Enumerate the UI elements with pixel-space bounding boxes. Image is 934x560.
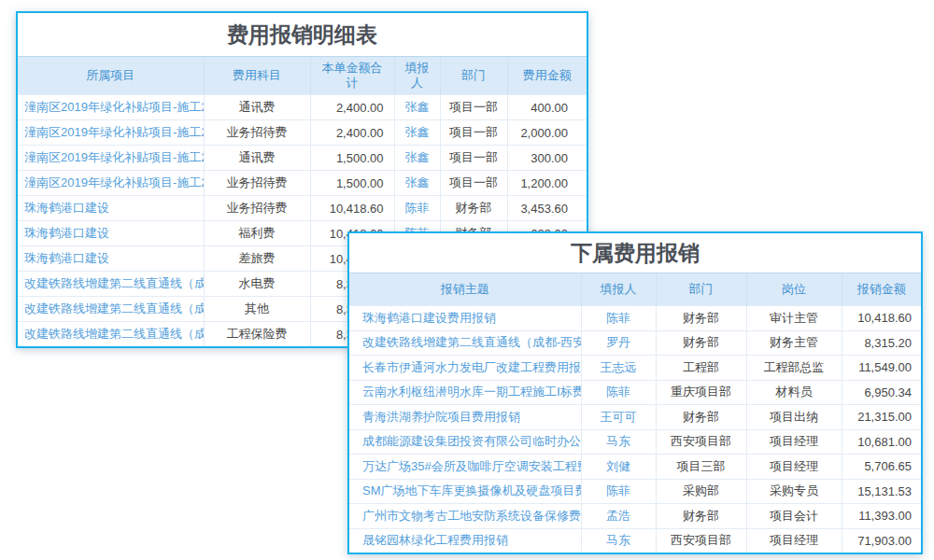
table-cell: 业务招待费 — [204, 120, 310, 146]
project-link[interactable]: 潼南区2019年绿化补贴项目-施工2标段 — [18, 171, 204, 196]
table-row: 潼南区2019年绿化补贴项目-施工2标段业务招待费2,400.00张鑫项目一部2… — [18, 120, 587, 146]
table-cell: 项目一部 — [440, 120, 507, 146]
table-cell: 1,200.00 — [507, 171, 587, 196]
table-cell: 项目会计 — [746, 504, 842, 529]
table-cell: 项目经理 — [746, 528, 842, 553]
subject-link[interactable]: 广州市文物考古工地安防系统设备保修费用报销 — [349, 504, 581, 529]
filler-link[interactable]: 罗丹 — [581, 330, 656, 356]
column-header-position: 岗位 — [746, 273, 842, 306]
table-cell: 15,131.53 — [842, 479, 921, 504]
table-cell: 采购部 — [656, 479, 746, 504]
table-cell: 审计主管 — [746, 306, 842, 331]
project-link[interactable]: 珠海鹤港口建设 — [18, 196, 204, 221]
table-cell: 水电费 — [204, 272, 310, 297]
table-cell: 财务部 — [656, 330, 746, 356]
subject-link[interactable]: 晟铭园林绿化工程费用报销 — [349, 528, 581, 553]
column-header-expense-amount: 费用金额 — [507, 57, 587, 95]
table-row: 潼南区2019年绿化补贴项目-施工2标段通讯费2,400.00张鑫项目一部400… — [18, 95, 587, 120]
table-cell: 2,400.00 — [310, 120, 394, 146]
table-cell: 2,400.00 — [310, 95, 394, 120]
table-cell: 工程保险费 — [204, 322, 310, 347]
table-row: 青海洪湖养护院项目费用报销王可可财务部项目出纳21,315.00 — [349, 405, 921, 430]
filler-link[interactable]: 张鑫 — [394, 146, 440, 171]
table-row: 珠海鹤港口建设费用报销陈菲财务部审计主管10,418.60 — [349, 306, 921, 331]
table-cell: 工程部总监 — [746, 356, 842, 381]
table-cell: 项目出纳 — [746, 405, 842, 430]
column-header-department: 部门 — [656, 273, 746, 306]
filler-link[interactable]: 孟浩 — [581, 504, 656, 529]
table-cell: 21,315.00 — [842, 405, 921, 430]
table-cell: 8,315.20 — [842, 330, 921, 356]
table-row: 潼南区2019年绿化补贴项目-施工2标段通讯费1,500.00张鑫项目一部300… — [18, 146, 587, 171]
table-cell: 财务部 — [656, 405, 746, 430]
filler-link[interactable]: 张鑫 — [394, 120, 440, 146]
table-cell: 通讯费 — [204, 95, 310, 120]
filler-link[interactable]: 张鑫 — [394, 95, 440, 120]
subordinate-expense-table: 报销主题 填报人 部门 岗位 报销金额 珠海鹤港口建设费用报销陈菲财务部审计主管… — [349, 273, 921, 553]
table-cell: 项目一部 — [440, 95, 507, 120]
table-cell: 11,393.00 — [842, 504, 921, 529]
filler-link[interactable]: 王志远 — [581, 356, 656, 381]
table-cell: 西安项目部 — [656, 528, 746, 553]
table-cell: 材料员 — [746, 380, 842, 405]
table-cell: 西安项目部 — [656, 429, 746, 455]
filler-link[interactable]: 陈菲 — [581, 306, 656, 331]
subject-link[interactable]: 云南水利枢纽潜明水库一期工程施工Ⅰ标费用报销 — [349, 380, 581, 405]
project-link[interactable]: 潼南区2019年绿化补贴项目-施工2标段 — [18, 146, 204, 171]
project-link[interactable]: 改建铁路线增建第二线直通线（成都-西安） — [18, 322, 204, 347]
column-header-department: 部门 — [440, 57, 507, 95]
project-link[interactable]: 潼南区2019年绿化补贴项目-施工2标段 — [18, 120, 204, 146]
filler-link[interactable]: 马东 — [581, 429, 656, 455]
subject-link[interactable]: SM广场地下车库更换摄像机及硬盘项目费用报销 — [349, 479, 581, 504]
table-cell: 业务招待费 — [204, 196, 310, 221]
filler-link[interactable]: 马东 — [581, 528, 656, 553]
table-row: 潼南区2019年绿化补贴项目-施工2标段业务招待费1,500.00张鑫项目一部1… — [18, 171, 587, 196]
filler-link[interactable]: 刘健 — [581, 455, 656, 480]
column-header-project: 所属项目 — [18, 57, 204, 95]
table-row: 云南水利枢纽潜明水库一期工程施工Ⅰ标费用报销陈菲重庆项目部材料员6,950.34 — [349, 380, 921, 405]
table-cell: 300.00 — [507, 146, 587, 171]
table-cell: 通讯费 — [204, 146, 310, 171]
table-row: 晟铭园林绿化工程费用报销马东西安项目部项目经理71,903.00 — [349, 528, 921, 553]
filler-link[interactable]: 陈菲 — [394, 196, 440, 221]
subject-link[interactable]: 青海洪湖养护院项目费用报销 — [349, 405, 581, 430]
expense-detail-header-row: 所属项目 费用科目 本单金额合计 填报人 部门 费用金额 — [18, 57, 587, 95]
table-cell: 400.00 — [507, 95, 587, 120]
table-cell: 差旅费 — [204, 246, 310, 272]
table-cell: 其他 — [204, 297, 310, 322]
table-cell: 采购专员 — [746, 479, 842, 504]
filler-link[interactable]: 王可可 — [581, 405, 656, 430]
project-link[interactable]: 珠海鹤港口建设 — [18, 221, 204, 246]
column-header-filler: 填报人 — [394, 57, 440, 95]
table-cell: 10,418.60 — [310, 196, 394, 221]
project-link[interactable]: 潼南区2019年绿化补贴项目-施工2标段 — [18, 95, 204, 120]
table-cell: 项目三部 — [656, 455, 746, 480]
subject-link[interactable]: 万达广场35#会所及咖啡厅空调安装工程费用报销 — [349, 455, 581, 480]
table-row: SM广场地下车库更换摄像机及硬盘项目费用报销陈菲采购部采购专员15,131.53 — [349, 479, 921, 504]
table-row: 改建铁路线增建第二线直通线（成都-西安）罗丹财务部财务主管8,315.20 — [349, 330, 921, 356]
table-cell: 业务招待费 — [204, 171, 310, 196]
table-cell: 财务部 — [656, 504, 746, 529]
project-link[interactable]: 改建铁路线增建第二线直通线（成都-西安） — [18, 272, 204, 297]
filler-link[interactable]: 陈菲 — [581, 380, 656, 405]
subordinate-expense-header-row: 报销主题 填报人 部门 岗位 报销金额 — [349, 273, 921, 306]
table-cell: 福利费 — [204, 221, 310, 246]
subject-link[interactable]: 改建铁路线增建第二线直通线（成都-西安） — [349, 330, 581, 356]
subordinate-expense-panel: 下属费用报销 报销主题 填报人 部门 岗位 报销金额 珠海鹤港口建设费用报销陈菲… — [347, 231, 923, 554]
subject-link[interactable]: 长春市伊通河水力发电厂改建工程费用报销 — [349, 356, 581, 381]
subject-link[interactable]: 成都能源建设集团投资有限公司临时办公场地 — [349, 429, 581, 455]
table-row: 万达广场35#会所及咖啡厅空调安装工程费用报销刘健项目三部项目经理5,706.6… — [349, 455, 921, 480]
table-cell: 项目一部 — [440, 146, 507, 171]
project-link[interactable]: 改建铁路线增建第二线直通线（成都-西安） — [18, 297, 204, 322]
column-header-reimburse-amount: 报销金额 — [842, 273, 921, 306]
filler-link[interactable]: 张鑫 — [394, 171, 440, 196]
table-cell: 财务主管 — [746, 330, 842, 356]
column-header-filler: 填报人 — [581, 273, 656, 306]
table-cell: 工程部 — [656, 356, 746, 381]
subject-link[interactable]: 珠海鹤港口建设费用报销 — [349, 306, 581, 331]
table-cell: 财务部 — [440, 196, 507, 221]
table-row: 珠海鹤港口建设业务招待费10,418.60陈菲财务部3,453.60 — [18, 196, 587, 221]
filler-link[interactable]: 陈菲 — [581, 479, 656, 504]
column-header-subject: 报销主题 — [349, 273, 581, 306]
project-link[interactable]: 珠海鹤港口建设 — [18, 246, 204, 272]
